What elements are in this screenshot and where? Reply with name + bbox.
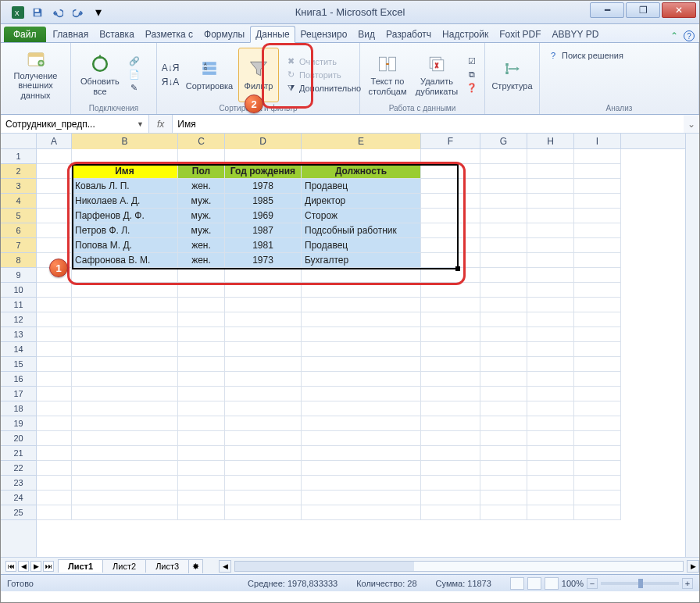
cell[interactable] (527, 342, 574, 357)
row-head-22[interactable]: 22 (1, 461, 36, 476)
cell[interactable] (225, 268, 302, 283)
tab-developer[interactable]: Разработч (380, 26, 437, 42)
cell[interactable] (37, 238, 72, 253)
cell[interactable] (421, 149, 480, 164)
zoom-level[interactable]: 100% (562, 579, 584, 588)
cell[interactable] (37, 209, 72, 223)
cell[interactable] (480, 387, 527, 401)
cell[interactable] (527, 401, 574, 416)
cell[interactable] (421, 401, 480, 416)
data-validation-button[interactable]: ☑ (465, 55, 479, 68)
tab-formulas[interactable]: Формулы (198, 26, 250, 42)
cell[interactable] (302, 416, 421, 431)
cell[interactable]: 1987 (225, 223, 302, 238)
cell[interactable]: Пол (178, 164, 225, 179)
row-head-13[interactable]: 13 (1, 327, 36, 342)
row-head-7[interactable]: 7 (1, 238, 36, 253)
reapply-filter-button[interactable]: ↻Повторить (284, 69, 362, 81)
cell[interactable] (480, 342, 527, 357)
refresh-all-button[interactable]: Обновить все (77, 48, 123, 102)
name-box-dropdown-icon[interactable]: ▼ (137, 120, 144, 128)
cell[interactable] (302, 461, 421, 476)
row-head-12[interactable]: 12 (1, 312, 36, 327)
view-pagebreak-button[interactable] (545, 577, 559, 590)
col-head-A[interactable]: A (37, 134, 72, 149)
col-head-H[interactable]: H (527, 134, 574, 149)
row-head-20[interactable]: 20 (1, 431, 36, 446)
cell[interactable] (37, 446, 72, 461)
qat-undo-icon[interactable] (49, 5, 66, 20)
cell[interactable] (225, 149, 302, 164)
cell[interactable] (421, 253, 480, 268)
cell[interactable] (37, 372, 72, 387)
cell[interactable] (480, 179, 527, 194)
row-head-3[interactable]: 3 (1, 179, 36, 194)
tab-pagelayout[interactable]: Разметка с (140, 26, 198, 42)
cell[interactable] (302, 312, 421, 327)
col-head-G[interactable]: G (480, 134, 527, 149)
cell[interactable]: Подсобный работник (302, 223, 421, 238)
cell[interactable] (421, 491, 480, 505)
minimize-button[interactable]: ━ (590, 2, 624, 18)
cell[interactable] (178, 446, 225, 461)
cell[interactable] (178, 401, 225, 416)
cell[interactable] (574, 505, 621, 520)
close-button[interactable]: ✕ (662, 2, 696, 18)
row-head-9[interactable]: 9 (1, 268, 36, 283)
cell[interactable] (37, 431, 72, 446)
cell[interactable] (421, 357, 480, 372)
cell[interactable]: жен. (178, 253, 225, 268)
cell[interactable] (480, 491, 527, 505)
cell[interactable] (37, 179, 72, 194)
cell[interactable] (178, 327, 225, 342)
cell[interactable] (37, 223, 72, 238)
cell[interactable] (574, 298, 621, 312)
cell[interactable] (225, 327, 302, 342)
cell[interactable] (37, 505, 72, 520)
cell[interactable] (37, 342, 72, 357)
cell[interactable]: муж. (178, 223, 225, 238)
col-head-C[interactable]: C (178, 134, 225, 149)
text-to-columns-button[interactable]: Текст по столбцам (366, 48, 409, 102)
cell[interactable] (527, 431, 574, 446)
cell[interactable] (72, 461, 178, 476)
cell[interactable] (178, 461, 225, 476)
cell[interactable] (37, 149, 72, 164)
cell[interactable] (527, 476, 574, 491)
cell[interactable] (480, 209, 527, 223)
cell[interactable] (480, 312, 527, 327)
get-external-data-button[interactable]: Получение внешних данных (7, 48, 64, 102)
cell[interactable] (178, 387, 225, 401)
cell[interactable] (72, 268, 178, 283)
cell[interactable]: жен. (178, 238, 225, 253)
filter-button[interactable]: Фильтр (238, 48, 279, 102)
cell[interactable] (37, 416, 72, 431)
select-all-corner[interactable] (1, 134, 37, 149)
hscroll-left-icon[interactable]: ◀ (219, 560, 231, 573)
row-head-8[interactable]: 8 (1, 253, 36, 268)
cell[interactable] (480, 446, 527, 461)
row-head-2[interactable]: 2 (1, 164, 36, 179)
cell[interactable] (178, 268, 225, 283)
row-head-24[interactable]: 24 (1, 491, 36, 505)
formula-bar-expand-icon[interactable]: ⌄ (684, 119, 699, 130)
tab-abbyy[interactable]: ABBYY PD (547, 26, 605, 42)
cell[interactable] (178, 298, 225, 312)
cell[interactable] (574, 253, 621, 268)
cell[interactable] (574, 268, 621, 283)
cell[interactable] (37, 461, 72, 476)
cell[interactable] (421, 268, 480, 283)
cell[interactable] (302, 372, 421, 387)
cell[interactable] (574, 446, 621, 461)
cell[interactable] (225, 312, 302, 327)
cell[interactable] (37, 327, 72, 342)
cell[interactable] (480, 253, 527, 268)
cell[interactable] (527, 238, 574, 253)
cell[interactable] (302, 342, 421, 357)
cell[interactable]: муж. (178, 209, 225, 223)
cell[interactable] (37, 283, 72, 298)
cell[interactable] (480, 298, 527, 312)
cell[interactable]: Продавец (302, 179, 421, 194)
cell[interactable] (527, 283, 574, 298)
cell[interactable] (37, 164, 72, 179)
